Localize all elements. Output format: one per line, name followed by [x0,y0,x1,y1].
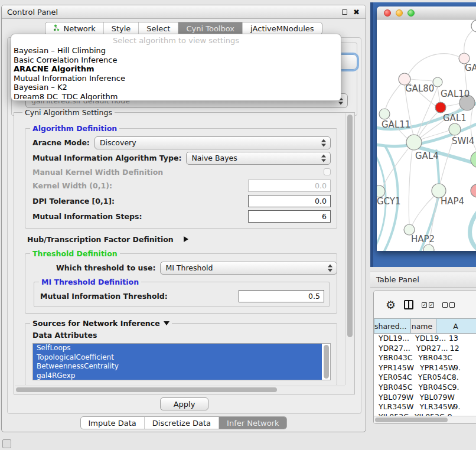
list-scrollbar[interactable] [323,344,330,379]
network-edge[interactable] [438,87,440,102]
table-row[interactable]: YLR345WYLR345W9. [374,402,476,412]
column-header-1[interactable]: shared... [374,318,411,334]
which-threshold-row: Which threshold to use: MI Threshold [32,261,331,275]
attribute-item-gal4rgexp[interactable]: gal4RGexp [33,371,322,380]
network-node[interactable] [377,185,385,197]
cyni-algorithm-settings-panel: Cyni Algorithm Settings Algorithm Defini… [14,112,355,394]
collapse-arrow-icon [164,321,169,325]
table-cell [450,393,476,403]
network-node[interactable] [435,102,446,113]
manual-kernel-checkbox[interactable] [324,168,331,175]
tab-infer-network[interactable]: Infer Network [219,417,286,429]
dropdown-item-bayesian-k2[interactable]: Bayesian – K2 [11,83,341,92]
dropdown-prompt: Select algorithm to view settings [11,36,341,46]
which-threshold-combobox[interactable]: MI Threshold [160,262,337,275]
settings-horizontal-scrollbar[interactable] [15,386,345,393]
attribute-item-topologicalcoefficient[interactable]: TopologicalCoefficient [33,353,322,363]
column-header-3[interactable]: A [436,318,476,334]
table-row[interactable]: YDL19...YDL19...13 [374,334,476,344]
network-edge[interactable] [470,203,476,251]
table-row[interactable]: YER054CYER054C8. [374,373,476,383]
network-node[interactable] [406,135,422,150]
network-node[interactable] [433,77,442,87]
table-row[interactable]: YBR045CYBR045C9. [374,383,476,393]
network-edge[interactable] [386,84,400,109]
gear-icon[interactable]: ⚙ [386,299,396,311]
settings-vertical-scrollbar[interactable] [345,113,354,385]
combo-arrows-icon [321,139,327,146]
table-row[interactable]: YPR145WYPR145W9. [374,363,476,373]
mi-steps-field[interactable]: 6 [248,210,331,223]
table-horizontal-scrollbar[interactable] [374,416,476,423]
algorithm-definition-title: Algorithm Definition [30,124,119,133]
tab-style[interactable]: Style [103,22,139,34]
deselect-all-columns-icon[interactable] [442,302,455,308]
columns-icon[interactable] [404,300,413,309]
table-cell: 12 [447,344,476,354]
sources-group-title[interactable]: Sources for Network Inference [30,319,172,328]
table-cell: 9. [451,402,476,412]
table-row[interactable]: YDR27...YDR27...12 [374,344,476,354]
network-edge[interactable] [409,54,459,74]
close-window-icon[interactable] [384,9,391,17]
tab-label: Discretize Data [152,419,211,428]
network-node[interactable] [379,109,390,119]
select-all-columns-icon[interactable]: ✓✓ [422,302,434,308]
network-node[interactable] [471,151,476,168]
network-node[interactable] [449,123,461,135]
kernel-width-field[interactable]: 0.0 [248,180,331,192]
network-edge[interactable] [446,103,460,106]
dock-panel-icon[interactable] [2,439,11,448]
mi-type-combobox[interactable]: Naive Bayes [186,152,331,165]
table-header-row: shared...nameA [374,318,476,334]
tab-impute-data[interactable]: Impute Data [81,417,144,429]
dpi-tolerance-field[interactable]: 0.0 [248,195,331,207]
network-node[interactable] [471,184,476,197]
close-panel-icon[interactable]: ✖ [353,8,360,16]
dropdown-item-dream8-dc-tdc-algorithm[interactable]: Dream8 DC_TDC Algorithm [11,92,341,101]
network-edge[interactable] [417,87,438,136]
network-node[interactable] [423,244,434,251]
attribute-item-betweennesscentrality[interactable]: BetweennessCentrality [33,362,322,371]
dropdown-item-mutual-information-inference[interactable]: Mutual Information Inference [11,74,341,83]
node-label-hap2: HAP2 [411,234,435,244]
mi-type-label: Mutual Information Algorithm Type: [32,154,181,162]
node-table: shared...nameA YDL19...YDL19...13YDR27..… [374,318,476,423]
tab-jactivemnodules[interactable]: jActiveMNodules [242,22,322,34]
aracne-mode-label: Aracne Mode: [32,138,90,147]
network-node[interactable] [471,20,476,32]
dropdown-item-aracne-algorithm[interactable]: ARACNE Algorithm [11,64,341,74]
table-row[interactable]: YBR043CYBR043C [374,353,476,363]
zoom-window-icon[interactable] [407,9,415,17]
mi-threshold-group-title: MI Threshold Definition [39,278,141,286]
tab-discretize-data[interactable]: Discretize Data [144,417,219,429]
apply-button[interactable]: Apply [160,397,209,410]
hub-definition-toggle[interactable]: Hub/Transcription Factor Definition [27,233,337,245]
tab-label: Network [63,24,95,33]
tab-network[interactable]: Network [45,22,103,34]
aracne-mode-row: Aracne Mode: Discovery [32,136,331,149]
node-label-gcy1: GCY1 [377,196,401,207]
column-header-2[interactable]: name [411,318,437,334]
settings-group-title: Cyni Algorithm Settings [22,108,115,117]
aracne-mode-combobox[interactable]: Discovery [94,136,331,149]
table-rows: YDL19...YDL19...13YDR27...YDR27...12YBR0… [374,334,476,416]
network-view-frame: GALGAL80GAL10GAL1GAL11SWI4GAL4GCY1HAP4YH… [370,2,476,267]
network-canvas[interactable]: GALGAL80GAL10GAL1GAL11SWI4GAL4GCY1HAP4YH… [377,19,476,251]
tab-select[interactable]: Select [138,22,178,34]
network-edge[interactable] [410,79,432,81]
table-cell: YPR145W [374,363,414,373]
network-edge[interactable] [409,150,412,224]
network-edge[interactable] [471,109,476,154]
mi-threshold-field[interactable]: 0.5 [239,290,324,302]
data-attributes-list[interactable]: SelfLoopsTopologicalCoefficientBetweenne… [32,343,331,380]
float-panel-icon[interactable] [342,9,347,15]
which-threshold-label: Which threshold to use: [56,263,155,272]
tab-cyni-toolbox[interactable]: Cyni Toolbox [178,22,242,34]
table-row[interactable]: YBL079WYBL079W [374,393,476,403]
attribute-item-selfloops[interactable]: SelfLoops [33,344,322,353]
dropdown-item-bayesian-hill-climbing[interactable]: Bayesian – Hill Climbing [11,46,341,56]
minimize-window-icon[interactable] [396,9,403,17]
dropdown-item-basic-correlation-inference[interactable]: Basic Correlation Inference [11,56,341,65]
network-edge[interactable] [464,29,474,53]
